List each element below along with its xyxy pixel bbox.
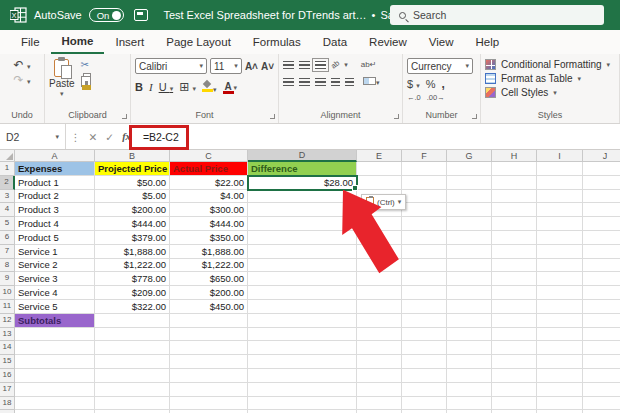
redo-button[interactable]: ↷ ▾	[14, 75, 31, 87]
cell-H15[interactable]	[492, 355, 537, 369]
tab-review[interactable]: Review	[358, 32, 418, 53]
cell-C1[interactable]: Actual Price	[170, 162, 248, 176]
cell-J9[interactable]	[583, 272, 620, 286]
cell-B16[interactable]	[95, 369, 170, 383]
cell-A10[interactable]: Service 4	[15, 286, 95, 300]
cell-H18[interactable]	[492, 397, 537, 411]
cell-J15[interactable]	[583, 355, 620, 369]
cell-H7[interactable]	[492, 245, 537, 259]
wrap-text-button[interactable]: ab↵	[361, 60, 377, 69]
row-header-1[interactable]: 1	[0, 162, 15, 176]
cell-C10[interactable]: $200.00	[170, 286, 248, 300]
column-header-E[interactable]: E	[357, 150, 402, 162]
comma-style-button[interactable]: ,	[441, 77, 444, 91]
row-header-18[interactable]: 18	[0, 397, 15, 411]
cell-B5[interactable]: $444.00	[95, 217, 170, 231]
cell-A2[interactable]: Product 1	[15, 176, 95, 190]
cell-G12[interactable]	[447, 314, 492, 328]
increase-indent-button[interactable]	[345, 78, 354, 86]
cell-A16[interactable]	[15, 369, 95, 383]
cell-G2[interactable]	[447, 176, 492, 190]
cell-C4[interactable]: $300.00	[170, 203, 248, 217]
fill-color-button[interactable]: ▾	[202, 81, 217, 94]
cell-I12[interactable]	[537, 314, 583, 328]
cell-B8[interactable]: $1,222.00	[95, 259, 170, 273]
decrease-indent-button[interactable]	[331, 78, 340, 86]
cell-D3[interactable]	[248, 190, 357, 204]
undo-button[interactable]: ↶ ▾	[14, 60, 31, 72]
font-dialog-launcher-icon[interactable]	[270, 114, 275, 119]
cell-J2[interactable]	[583, 176, 620, 190]
cell-F1[interactable]	[402, 162, 447, 176]
decrease-font-icon[interactable]: A˅	[261, 61, 274, 72]
cell-F15[interactable]	[402, 355, 447, 369]
cell-D10[interactable]	[248, 286, 357, 300]
cell-J11[interactable]	[583, 300, 620, 314]
enter-icon[interactable]: ✓	[101, 131, 118, 143]
cell-A3[interactable]: Product 2	[15, 190, 95, 204]
cell-H5[interactable]	[492, 217, 537, 231]
row-header-4[interactable]: 4	[0, 203, 15, 217]
select-all-button[interactable]	[0, 150, 15, 162]
cell-B3[interactable]: $5.00	[95, 190, 170, 204]
column-header-G[interactable]: G	[447, 150, 492, 162]
cell-D7[interactable]	[248, 245, 357, 259]
cell-A18[interactable]	[15, 397, 95, 411]
align-right-button[interactable]	[315, 78, 326, 86]
cell-I9[interactable]	[537, 272, 583, 286]
cell-H12[interactable]	[492, 314, 537, 328]
cell-H9[interactable]	[492, 272, 537, 286]
cell-D17[interactable]	[248, 383, 357, 397]
align-center-button[interactable]	[299, 78, 310, 86]
cell-F7[interactable]	[402, 245, 447, 259]
cell-J13[interactable]	[583, 328, 620, 342]
cell-C8[interactable]: $1,222.00	[170, 259, 248, 273]
cell-F9[interactable]	[402, 272, 447, 286]
cell-I13[interactable]	[537, 328, 583, 342]
cell-D15[interactable]	[248, 355, 357, 369]
cell-F12[interactable]	[402, 314, 447, 328]
cell-F5[interactable]	[402, 217, 447, 231]
cell-J17[interactable]	[583, 383, 620, 397]
cell-E17[interactable]	[357, 383, 402, 397]
cell-J14[interactable]	[583, 341, 620, 355]
cell-G16[interactable]	[447, 369, 492, 383]
column-header-J[interactable]: J	[583, 150, 620, 162]
cell-G17[interactable]	[447, 383, 492, 397]
cell-A12[interactable]: Subtotals	[15, 314, 95, 328]
row-header-12[interactable]: 12	[0, 314, 15, 328]
cell-C5[interactable]: $444.00	[170, 217, 248, 231]
cell-D13[interactable]	[248, 328, 357, 342]
font-color-button[interactable]: A▾	[223, 81, 238, 94]
cell-A11[interactable]: Service 5	[15, 300, 95, 314]
cell-G11[interactable]	[447, 300, 492, 314]
top-align-button[interactable]	[283, 61, 294, 69]
cell-G4[interactable]	[447, 203, 492, 217]
cell-G8[interactable]	[447, 259, 492, 273]
cell-J12[interactable]	[583, 314, 620, 328]
cell-I14[interactable]	[537, 341, 583, 355]
cell-J4[interactable]	[583, 203, 620, 217]
cell-D9[interactable]	[248, 272, 357, 286]
orientation-button[interactable]: ab	[329, 58, 341, 70]
row-header-8[interactable]: 8	[0, 259, 15, 273]
cell-I5[interactable]	[537, 217, 583, 231]
cell-A6[interactable]: Product 5	[15, 231, 95, 245]
cell-D2[interactable]: $28.00	[248, 176, 357, 190]
cell-A17[interactable]	[15, 383, 95, 397]
column-header-C[interactable]: C	[170, 150, 248, 162]
cell-E1[interactable]	[357, 162, 402, 176]
cell-G3[interactable]	[447, 190, 492, 204]
cell-E10[interactable]	[357, 286, 402, 300]
cell-F16[interactable]	[402, 369, 447, 383]
cell-H13[interactable]	[492, 328, 537, 342]
cell-J16[interactable]	[583, 369, 620, 383]
cell-D4[interactable]	[248, 203, 357, 217]
cut-button[interactable]: ✂	[81, 60, 91, 70]
cell-A5[interactable]: Product 4	[15, 217, 95, 231]
tab-page-layout[interactable]: Page Layout	[155, 32, 242, 53]
cell-B15[interactable]	[95, 355, 170, 369]
save-icon[interactable]	[134, 9, 148, 21]
insert-function-icon[interactable]: fx	[118, 131, 135, 142]
cell-H2[interactable]	[492, 176, 537, 190]
